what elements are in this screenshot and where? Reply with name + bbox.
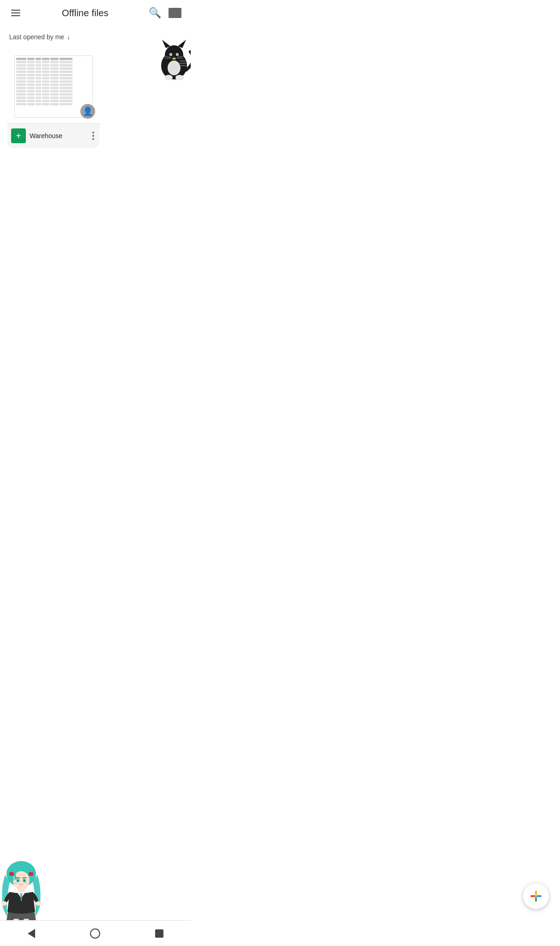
svg-point-4 [168,61,181,75]
cat-sticker [156,33,191,86]
file-avatar: 👤 [80,104,95,119]
sort-label-text: Last opened by me [9,33,64,41]
search-icon: 🔍 [149,7,161,19]
file-card-warehouse[interactable]: 👤 + Warehouse [7,50,100,148]
folder-icon [169,8,181,18]
app-bar: Offline files 🔍 [0,0,191,26]
svg-point-15 [175,75,184,80]
page-title: Offline files [24,8,146,18]
cat-svg [156,33,191,84]
menu-button[interactable] [7,5,24,21]
hamburger-icon [9,8,22,18]
sheets-icon: + [11,128,26,143]
svg-marker-2 [162,40,170,48]
svg-marker-3 [178,40,186,48]
svg-point-17 [170,54,171,55]
app-bar-actions: 🔍 [146,5,183,21]
file-thumbnail: 👤 [7,50,100,124]
file-info-row: + Warehouse [7,124,100,148]
sort-arrow-icon: ↓ [67,33,70,41]
svg-point-16 [172,58,176,60]
folder-button[interactable] [167,5,183,21]
svg-point-14 [164,75,173,80]
svg-point-18 [177,54,178,55]
file-more-button[interactable] [90,130,96,142]
sort-button[interactable]: Last opened by me ↓ [9,33,70,41]
search-button[interactable]: 🔍 [146,5,163,21]
file-name: Warehouse [30,132,87,139]
person-icon: 👤 [83,107,93,115]
sheets-plus-icon: + [16,131,21,140]
